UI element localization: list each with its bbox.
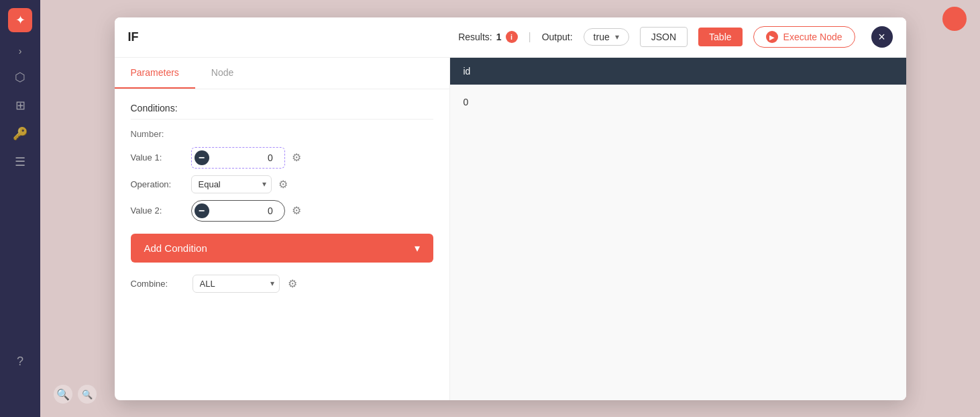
table-cell-id: 0 — [464, 97, 469, 107]
modal-header: IF Results: 1 i | Output: true ▾ JSON Ta… — [115, 17, 906, 58]
table-header-row: id — [450, 58, 906, 85]
output-label: Output: — [542, 32, 573, 42]
json-button[interactable]: JSON — [640, 27, 688, 47]
sidebar-list-icon[interactable]: ☰ — [15, 154, 25, 169]
zoom-out-button[interactable]: 🔍 — [78, 385, 97, 404]
value2-row: Value 2: − + ⚙ — [131, 200, 433, 222]
logo-icon: ✦ — [15, 13, 25, 28]
execute-button[interactable]: ▶ Execute Node — [753, 26, 855, 48]
value2-input[interactable] — [212, 203, 285, 219]
execute-play-icon: ▶ — [766, 31, 778, 43]
operation-select-wrapper: Equal Not Equal Greater Than Less Than — [191, 175, 272, 193]
right-panel: id 0 — [450, 58, 906, 400]
add-condition-label: Add Condition — [144, 242, 207, 254]
combine-settings-icon[interactable]: ⚙ — [288, 277, 297, 290]
avatar[interactable] — [942, 7, 967, 31]
modal-overlay: IF Results: 1 i | Output: true ▾ JSON Ta… — [40, 0, 980, 417]
minus-icon: − — [195, 150, 209, 165]
combine-select[interactable]: ALL ANY — [193, 275, 280, 293]
value2-settings-icon[interactable]: ⚙ — [292, 204, 301, 217]
sidebar-help-icon[interactable]: ? — [17, 355, 23, 369]
info-icon[interactable]: i — [506, 31, 518, 43]
add-condition-chevron-icon: ▾ — [415, 242, 420, 254]
output-value: true — [594, 32, 610, 42]
modal: IF Results: 1 i | Output: true ▾ JSON Ta… — [115, 17, 906, 400]
combine-label: Combine: — [131, 279, 184, 289]
operation-row: Operation: Equal Not Equal Greater Than … — [131, 175, 433, 193]
tab-parameters[interactable]: Parameters — [115, 58, 195, 89]
combine-select-wrapper: ALL ANY — [193, 275, 280, 293]
results-count: 1 — [496, 32, 502, 42]
value2-decrement-button[interactable]: − — [192, 201, 212, 221]
operation-settings-icon[interactable]: ⚙ — [278, 178, 288, 191]
zoom-controls: 🔍 🔍 — [54, 385, 97, 404]
value1-label: Value 1: — [131, 152, 184, 163]
operation-select[interactable]: Equal Not Equal Greater Than Less Than — [191, 175, 272, 193]
output-dropdown[interactable]: true ▾ — [584, 28, 629, 46]
value1-input-group: − + — [191, 147, 285, 169]
combine-row: Combine: ALL ANY ⚙ — [131, 275, 433, 293]
sidebar-network-icon[interactable]: ⬡ — [15, 70, 25, 85]
conditions-label: Conditions: — [131, 103, 433, 120]
close-button[interactable]: × — [871, 26, 893, 48]
sidebar-logo[interactable]: ✦ — [8, 8, 32, 32]
operation-label: Operation: — [131, 179, 184, 189]
add-condition-button[interactable]: Add Condition ▾ — [131, 234, 433, 263]
parameters-content: Conditions: Number: Value 1: − — [115, 89, 449, 306]
value1-row: Value 1: − + ⚙ — [131, 147, 433, 169]
condition-group: Number: Value 1: − + — [131, 129, 433, 222]
sidebar-expand-icon[interactable]: › — [19, 46, 22, 56]
modal-body: Parameters Node Conditions: Number: V — [115, 58, 906, 400]
condition-type-label: Number: — [131, 129, 433, 139]
modal-title: IF — [128, 30, 155, 44]
table-row: 0 — [464, 93, 893, 111]
zoom-in-button[interactable]: 🔍 — [54, 385, 72, 404]
left-panel: Parameters Node Conditions: Number: V — [115, 58, 450, 400]
sidebar-key-icon[interactable]: 🔑 — [13, 126, 28, 141]
pipe-divider: | — [529, 31, 531, 43]
tabs: Parameters Node — [115, 58, 449, 89]
value2-label: Value 2: — [131, 205, 184, 216]
minus2-icon: − — [195, 203, 209, 218]
results-text: Results: — [458, 32, 492, 42]
sidebar: ✦ › ⬡ ⊞ 🔑 ☰ ? — [0, 0, 40, 417]
table-button[interactable]: Table — [698, 28, 742, 46]
value1-settings-icon[interactable]: ⚙ — [292, 151, 301, 164]
value1-decrement-button[interactable]: − — [192, 148, 212, 168]
value1-input[interactable] — [212, 150, 285, 166]
results-section: Results: 1 i — [458, 31, 517, 43]
execute-label: Execute Node — [783, 32, 842, 42]
table-body: 0 — [450, 85, 906, 400]
value2-input-group: − + — [191, 200, 285, 222]
sidebar-nodes-icon[interactable]: ⊞ — [15, 98, 25, 113]
table-column-header: id — [464, 66, 471, 77]
tab-node[interactable]: Node — [195, 58, 250, 89]
output-chevron-icon: ▾ — [615, 32, 619, 42]
